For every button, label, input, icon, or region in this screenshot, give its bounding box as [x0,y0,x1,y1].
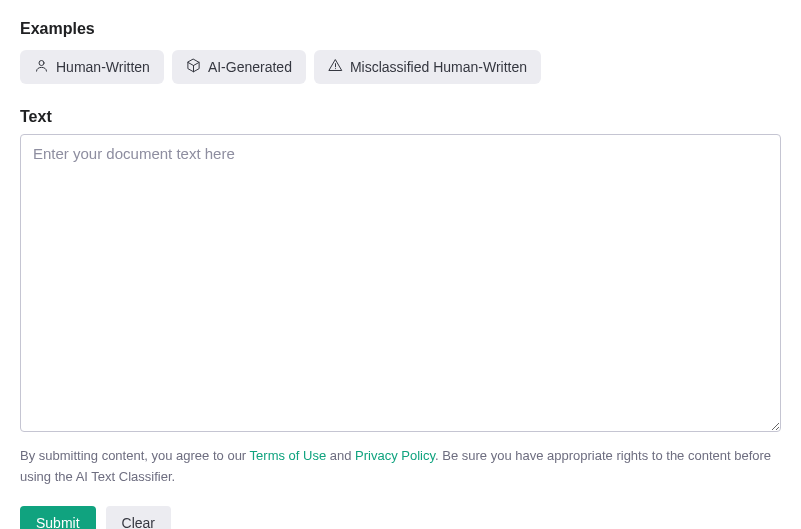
chip-label: Human-Written [56,59,150,75]
svg-point-0 [39,61,44,66]
examples-heading: Examples [20,20,781,38]
chip-label: Misclassified Human-Written [350,59,527,75]
terms-of-use-link[interactable]: Terms of Use [250,448,327,463]
example-ai-generated-chip[interactable]: AI-Generated [172,50,306,84]
submit-button[interactable]: Submit [20,506,96,529]
example-human-written-chip[interactable]: Human-Written [20,50,164,84]
action-buttons: Submit Clear [20,506,781,529]
example-misclassified-chip[interactable]: Misclassified Human-Written [314,50,541,84]
document-text-input[interactable] [20,134,781,432]
privacy-policy-link[interactable]: Privacy Policy [355,448,435,463]
user-icon [34,58,49,76]
clear-button[interactable]: Clear [106,506,171,529]
chip-label: AI-Generated [208,59,292,75]
warning-icon [328,58,343,76]
text-label: Text [20,108,781,126]
disclaimer-text: By submitting content, you agree to our … [20,446,781,488]
disclaimer-and: and [326,448,355,463]
cube-icon [186,58,201,76]
example-chips-row: Human-Written AI-Generated Misclassified… [20,50,781,84]
disclaimer-prefix: By submitting content, you agree to our [20,448,250,463]
